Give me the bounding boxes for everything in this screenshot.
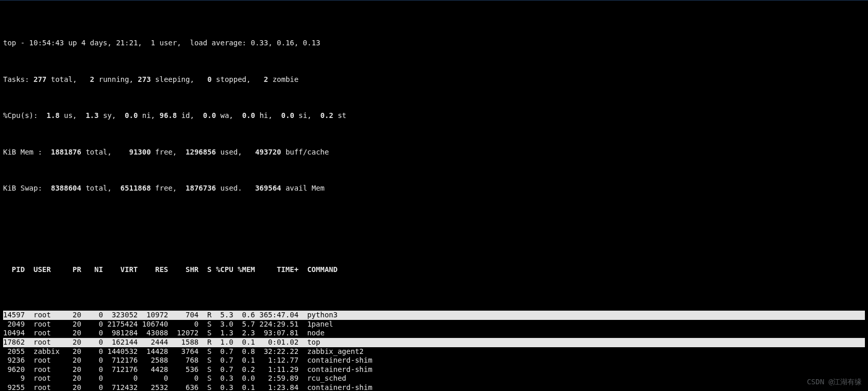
process-row: 10494root2009812844308812072S1.32.393:07… xyxy=(3,329,865,338)
cell: 10972 xyxy=(142,311,173,320)
col-time: TIME+ xyxy=(259,265,303,275)
cell: 2.3 xyxy=(238,329,259,338)
process-row: 9255root2007124322532636S0.30.11:23.84co… xyxy=(3,383,865,391)
cell: node xyxy=(303,329,865,338)
cell: 1:23.84 xyxy=(259,383,303,391)
cell: 0 xyxy=(86,365,107,375)
cell: S xyxy=(203,365,212,375)
col-cpu: %CPU xyxy=(212,265,238,275)
cell: 704 xyxy=(173,311,203,320)
cell: 20 xyxy=(68,329,86,338)
col-cmd: COMMAND xyxy=(303,265,865,275)
cell: S xyxy=(203,329,212,338)
col-res: RES xyxy=(142,265,173,275)
cell: 20 xyxy=(68,320,86,329)
cell: 10494 xyxy=(3,329,29,338)
cell: 0 xyxy=(86,356,107,365)
summary-line-mem: KiB Mem : 1881876 total, 91300 free, 129… xyxy=(3,148,865,157)
cell: 323052 xyxy=(107,311,142,320)
cell: root xyxy=(29,356,69,365)
cell: R xyxy=(203,311,212,320)
process-row: 14597root20032305210972704R5.30.6365:47.… xyxy=(3,311,865,320)
process-row: 2055zabbix2001440532144283764S0.70.832:2… xyxy=(3,347,865,356)
cell: 20 xyxy=(68,356,86,365)
col-shr: SHR xyxy=(173,265,203,275)
cell: root xyxy=(29,374,69,383)
cell: 0 xyxy=(86,311,107,320)
cell: 0.0 xyxy=(238,374,259,383)
cell: 14428 xyxy=(142,347,173,356)
cell: 2055 xyxy=(3,347,29,356)
cell: root xyxy=(29,311,69,320)
cell: 0.7 xyxy=(212,356,238,365)
cell: root xyxy=(29,320,69,329)
cell: 1:12.77 xyxy=(259,356,303,365)
cell: 1440532 xyxy=(107,347,142,356)
cell: 162144 xyxy=(107,338,142,347)
cell: 1588 xyxy=(173,338,203,347)
cell: 0.1 xyxy=(238,338,259,347)
cell: 20 xyxy=(68,374,86,383)
cell: 0.6 xyxy=(238,311,259,320)
cell: 0.3 xyxy=(212,374,238,383)
summary-line-uptime: top - 10:54:43 up 4 days, 21:21, 1 user,… xyxy=(3,39,865,48)
cell: 0 xyxy=(86,338,107,347)
cell: 106740 xyxy=(142,320,173,329)
cell: 9236 xyxy=(3,356,29,365)
cell: 0.1 xyxy=(238,356,259,365)
cell: zabbix_agent2 xyxy=(303,347,865,356)
cell: S xyxy=(203,356,212,365)
cell: S xyxy=(203,383,212,391)
cell: root xyxy=(29,383,69,391)
cell: containerd-shim xyxy=(303,365,865,375)
cell: 0.2 xyxy=(238,365,259,375)
cell: 2532 xyxy=(142,383,173,391)
cell: 536 xyxy=(173,365,203,375)
summary-line-swap: KiB Swap: 8388604 total, 6511868 free, 1… xyxy=(3,184,865,193)
process-row: 9236root2007121762588768S0.70.11:12.77co… xyxy=(3,356,865,365)
col-user: USER xyxy=(29,265,69,275)
col-pid: PID xyxy=(3,265,29,275)
col-mem: %MEM xyxy=(238,265,259,275)
cell: 0 xyxy=(86,320,107,329)
cell: 636 xyxy=(173,383,203,391)
cell: 0.8 xyxy=(238,347,259,356)
cell: 0 xyxy=(173,320,203,329)
cell: top xyxy=(303,338,865,347)
cell: 3764 xyxy=(173,347,203,356)
cell: 4428 xyxy=(142,365,173,375)
col-ni: NI xyxy=(86,265,107,275)
cell: 2049 xyxy=(3,320,29,329)
cell: 3.0 xyxy=(212,320,238,329)
cell: 2:59.89 xyxy=(259,374,303,383)
cell: rcu_sched xyxy=(303,374,865,383)
cell: 1.3 xyxy=(212,329,238,338)
cell: 5.3 xyxy=(212,311,238,320)
cell: R xyxy=(203,338,212,347)
process-row: 9620root2007121764428536S0.70.21:11.29co… xyxy=(3,365,865,375)
col-pr: PR xyxy=(68,265,86,275)
cell: 712432 xyxy=(107,383,142,391)
cell: 0 xyxy=(142,374,173,383)
cell: root xyxy=(29,365,69,375)
blank-line xyxy=(3,220,865,229)
cell: 12072 xyxy=(173,329,203,338)
cell: 0.7 xyxy=(212,347,238,356)
process-table-header: PID USER PR NI VIRT RES SHR S %CPU %MEM … xyxy=(3,265,865,275)
cell: 712176 xyxy=(107,365,142,375)
cell: 0 xyxy=(86,383,107,391)
cell: S xyxy=(203,374,212,383)
cell: 0 xyxy=(173,374,203,383)
cell: 2444 xyxy=(142,338,173,347)
cell: S xyxy=(203,347,212,356)
terminal[interactable]: top - 10:54:43 up 4 days, 21:21, 1 user,… xyxy=(0,0,868,391)
col-s: S xyxy=(203,265,212,275)
cell: python3 xyxy=(303,311,865,320)
cell: 1panel xyxy=(303,320,865,329)
cell: 93:07.81 xyxy=(259,329,303,338)
cell: containerd-shim xyxy=(303,383,865,391)
cell: 0.1 xyxy=(238,383,259,391)
process-row: 9root200000S0.30.02:59.89rcu_sched xyxy=(3,374,865,383)
cell: 14597 xyxy=(3,311,29,320)
process-row: 17862root20016214424441588R1.00.10:01.02… xyxy=(3,338,865,347)
